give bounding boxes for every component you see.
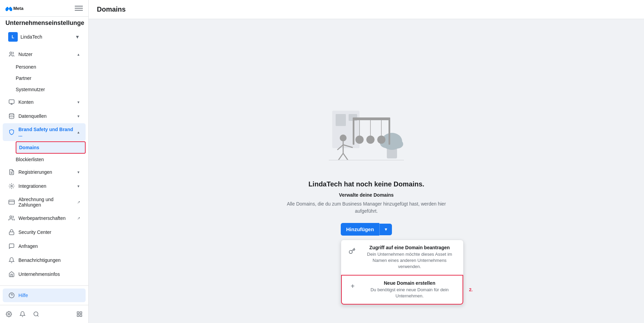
add-button-group: Hinzufügen ▼ — [341, 223, 392, 236]
empty-state-description: Alle Domains, die du zum Business Manage… — [281, 200, 452, 215]
account-name: LindaTech — [20, 34, 72, 40]
svg-line-40 — [338, 153, 343, 160]
svg-point-33 — [355, 136, 364, 144]
sidebar-item-abrechnung[interactable]: Abrechnung und Zahlungen ↗ — [3, 193, 86, 211]
sidebar-item-systemnutzer[interactable]: Systemnutzer — [16, 84, 86, 95]
integ-chevron-icon: ▼ — [77, 184, 80, 188]
sidebar-item-unternehmensinfos[interactable]: Unternehmensinfos — [3, 267, 86, 281]
new-domain-text: Neue Domain erstellen Du benötigst eine … — [362, 280, 457, 299]
add-button-container: Hinzufügen ▼ Zugriff auf eine Domain bea… — [341, 223, 392, 238]
account-avatar: L — [8, 32, 18, 42]
svg-rect-21 — [336, 114, 346, 126]
svg-point-1 — [10, 52, 12, 54]
sidebar-item-brand-safety[interactable]: Brand Safety und Brand ... ▲ — [3, 123, 86, 141]
sidebar-item-integrationen[interactable]: Integrationen ▼ — [3, 179, 86, 193]
sidebar: Meta Unternehmenseinstellunge L LindaTec… — [0, 0, 89, 323]
svg-rect-17 — [80, 312, 82, 313]
sidebar-item-personen[interactable]: Personen — [16, 61, 86, 72]
main-header: Domains — [89, 0, 644, 19]
help-icon — [8, 292, 15, 299]
svg-point-13 — [8, 313, 10, 315]
request-access-desc: Dein Unternehmen möchte dieses Asset im … — [362, 251, 458, 270]
konten-chevron-icon: ▼ — [77, 100, 80, 104]
sidebar-nav: Nutzer ▲ Personen Partner Systemnutzer K… — [0, 46, 88, 283]
sidebar-item-blockierlisten[interactable]: Blockierlisten — [16, 154, 86, 165]
konten-label: Konten — [18, 99, 73, 105]
dropdown-item-request-access[interactable]: Zugriff auf eine Domain beantragen Dein … — [341, 240, 463, 275]
sidebar-item-datenquellen[interactable]: Datenquellen ▼ — [3, 109, 86, 123]
svg-point-26 — [391, 140, 403, 149]
svg-rect-7 — [9, 200, 15, 204]
integ-icon — [8, 183, 15, 189]
account-chevron-down-icon: ▼ — [75, 34, 80, 40]
integrationen-label: Integrationen — [18, 183, 73, 189]
unternehmensinfos-label: Unternehmensinfos — [18, 271, 80, 277]
add-button-label: Hinzufügen — [346, 226, 374, 232]
main-content: LindaTech hat noch keine Domains. Verwal… — [89, 19, 644, 323]
settings-gear-icon[interactable] — [3, 308, 15, 320]
sidebar-header: Meta — [0, 0, 88, 17]
request-access-title: Zugriff auf eine Domain beantragen — [362, 245, 458, 250]
abrechnung-external-icon: ↗ — [77, 200, 80, 205]
new-domain-desc: Du benötigst eine neue Domain für dein U… — [362, 287, 457, 299]
brand-safety-label: Brand Safety und Brand ... — [18, 127, 73, 138]
nutzer-chevron-up-icon: ▲ — [77, 53, 80, 56]
werbe-external-icon: ↗ — [77, 216, 80, 221]
search-icon[interactable] — [30, 308, 42, 320]
daten-chevron-icon: ▼ — [77, 114, 80, 118]
sidebar-item-werbepartnerschaften[interactable]: Werbepartnerschaften ↗ — [3, 211, 86, 225]
key-icon — [347, 245, 357, 256]
daten-icon — [8, 113, 15, 120]
sidebar-item-nutzer[interactable]: Nutzer ▲ — [3, 47, 86, 61]
add-dropdown-arrow-button[interactable]: ▼ — [379, 224, 392, 235]
lock-icon — [8, 229, 15, 236]
plus-icon: + — [347, 281, 358, 292]
requests-icon — [8, 243, 15, 250]
company-title: Unternehmenseinstellunge — [0, 17, 88, 28]
svg-line-41 — [343, 153, 348, 160]
security-center-label: Security Center — [18, 229, 80, 235]
bell-icon — [8, 257, 15, 264]
shield-icon — [8, 129, 15, 136]
sidebar-item-registrierungen[interactable]: Registrierungen ▼ — [3, 165, 86, 179]
handshake-icon — [8, 215, 15, 222]
hamburger-menu-icon[interactable] — [75, 4, 83, 12]
sidebar-bottom: Hilfe — [0, 285, 88, 305]
meta-logo-container: Meta — [5, 5, 26, 12]
svg-point-34 — [366, 136, 375, 144]
sidebar-item-benachrichtigungen[interactable]: Benachrichtigungen — [3, 253, 86, 267]
meta-logo: Meta — [5, 5, 26, 12]
svg-line-15 — [37, 315, 38, 316]
svg-rect-19 — [80, 315, 82, 317]
add-button[interactable]: Hinzufügen — [341, 223, 380, 236]
sidebar-footer-icons — [0, 305, 88, 323]
svg-point-14 — [34, 312, 38, 316]
empty-state-illustration — [319, 104, 414, 172]
datenquellen-label: Datenquellen — [18, 113, 73, 119]
account-selector[interactable]: L LindaTech ▼ — [3, 29, 86, 44]
step2-annotation: 2. — [469, 287, 473, 292]
sidebar-item-konten[interactable]: Konten ▼ — [3, 95, 86, 109]
add-dropdown-menu: Zugriff auf eine Domain beantragen Dein … — [341, 240, 464, 305]
page-title: Domains — [97, 5, 636, 13]
sidebar-item-partner[interactable]: Partner — [16, 73, 86, 84]
reg-icon — [8, 169, 15, 175]
nutzer-label: Nutzer — [18, 52, 73, 57]
sidebar-item-security-center[interactable]: Security Center — [3, 225, 86, 239]
benachrichtigungen-label: Benachrichtigungen — [18, 257, 80, 263]
sidebar-item-domains[interactable]: Domains — [16, 141, 86, 154]
svg-rect-16 — [77, 312, 79, 313]
hilfe-label: Hilfe — [18, 293, 80, 298]
svg-point-3 — [9, 114, 14, 115]
dropdown-item-new-domain[interactable]: + Neue Domain erstellen Du benötigst ein… — [341, 275, 463, 305]
svg-rect-27 — [353, 117, 390, 120]
notifications-bell-icon[interactable] — [16, 308, 29, 320]
brand-safety-chevron-icon: ▲ — [77, 130, 80, 134]
sidebar-item-hilfe[interactable]: Hilfe — [3, 289, 86, 302]
new-domain-title: Neue Domain erstellen — [362, 280, 457, 286]
layout-icon[interactable] — [73, 308, 86, 320]
sidebar-item-anfragen[interactable]: Anfragen — [3, 239, 86, 253]
company-info-icon — [8, 271, 15, 278]
nutzer-submenu: Personen Partner Systemnutzer — [0, 61, 88, 95]
brand-safety-submenu: Domains Blockierlisten — [0, 141, 88, 165]
